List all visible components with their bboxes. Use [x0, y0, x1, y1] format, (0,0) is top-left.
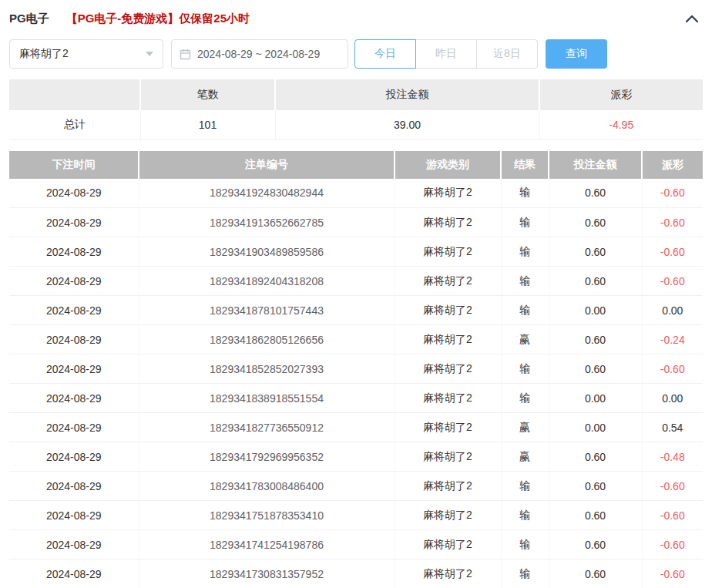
date-range-value: 2024-08-29 ~ 2024-08-29: [197, 48, 320, 60]
header-game-type: 游戏类别: [395, 151, 501, 179]
cell-bet-amount: 0.60: [549, 208, 642, 237]
cell-bet-amount: 0.60: [549, 237, 642, 267]
cell-payout: 0.54: [642, 413, 703, 442]
cell-payout: -0.24: [642, 325, 703, 354]
cell-bet-amount: 0.60: [549, 442, 642, 472]
cell-bet-id: 1829341878101757443: [139, 296, 395, 325]
cell-game-type: 麻将胡了2: [395, 179, 501, 208]
cell-bet-amount: 0.60: [549, 267, 642, 296]
cell-game-type: 麻将胡了2: [395, 384, 501, 413]
chevron-up-icon: [685, 15, 699, 23]
summary-header-bet-amount: 投注金额: [275, 79, 539, 110]
cell-bet-id: 1829341903489859586: [139, 237, 395, 267]
today-button[interactable]: 今日: [354, 39, 416, 69]
header-result: 结果: [501, 151, 549, 179]
cell-bet-amount: 0.60: [549, 179, 642, 208]
summary-total-row: 总计 101 39.00 -4.95: [9, 110, 703, 139]
summary-total-label: 总计: [9, 110, 140, 139]
summary-total-payout: -4.95: [539, 110, 703, 139]
cell-bet-time: 2024-08-29: [9, 354, 139, 384]
cell-bet-id: 1829341827736550912: [139, 413, 395, 442]
cell-bet-time: 2024-08-29: [9, 559, 139, 588]
cell-game-type: 麻将胡了2: [395, 442, 501, 472]
game-select-value: 麻将胡了2: [19, 47, 69, 61]
cell-game-type: 麻将胡了2: [395, 354, 501, 384]
cell-result: 输: [501, 179, 549, 208]
cell-bet-time: 2024-08-29: [9, 384, 139, 413]
panel-header: PG电子 【PG电子-免费游戏】仅保留25小时: [0, 0, 722, 33]
search-button[interactable]: 查询: [546, 39, 607, 69]
cell-payout: 0.00: [642, 296, 703, 325]
cell-bet-time: 2024-08-29: [9, 472, 139, 501]
table-row: 2024-08-29 1829341827736550912 麻将胡了2 赢 0…: [9, 413, 703, 442]
table-row: 2024-08-29 1829341913652662785 麻将胡了2 输 0…: [9, 208, 703, 237]
calendar-icon: [180, 49, 191, 60]
table-row: 2024-08-29 1829341838918551554 麻将胡了2 输 0…: [9, 384, 703, 413]
cell-result: 输: [501, 354, 549, 384]
date-range-input[interactable]: 2024-08-29 ~ 2024-08-29: [171, 39, 348, 69]
cell-bet-id: 1829341862805126656: [139, 325, 395, 354]
summary-header-payout: 派彩: [539, 79, 703, 110]
cell-payout: -0.60: [642, 208, 703, 237]
bet-records-table: 下注时间 注单编号 游戏类别 结果 投注金额 派彩 2024-08-29 182…: [9, 151, 703, 588]
cell-result: 赢: [501, 413, 549, 442]
cell-bet-amount: 0.00: [549, 384, 642, 413]
cell-result: 输: [501, 501, 549, 530]
cell-bet-id: 1829341838918551554: [139, 384, 395, 413]
page-title: PG电子: [9, 12, 49, 26]
cell-result: 赢: [501, 325, 549, 354]
cell-bet-amount: 0.60: [549, 530, 642, 559]
cell-result: 输: [501, 208, 549, 237]
cell-bet-id: 1829341924830482944: [139, 179, 395, 208]
cell-bet-time: 2024-08-29: [9, 413, 139, 442]
cell-result: 输: [501, 296, 549, 325]
table-row: 2024-08-29 1829341783008486400 麻将胡了2 输 0…: [9, 472, 703, 501]
cell-game-type: 麻将胡了2: [395, 559, 501, 588]
table-body: 2024-08-29 1829341924830482944 麻将胡了2 输 0…: [9, 179, 703, 588]
summary-header-row: 笔数 投注金额 派彩: [9, 79, 703, 110]
cell-bet-time: 2024-08-29: [9, 325, 139, 354]
table-row: 2024-08-29 1829341792969956352 麻将胡了2 赢 0…: [9, 442, 703, 472]
table-row: 2024-08-29 1829341903489859586 麻将胡了2 输 0…: [9, 237, 703, 267]
notice-text: 【PG电子-免费游戏】仅保留25小时: [66, 12, 250, 26]
cell-bet-id: 1829341751878353410: [139, 501, 395, 530]
cell-payout: -0.60: [642, 530, 703, 559]
cell-bet-id: 1829341852852027393: [139, 354, 395, 384]
yesterday-button[interactable]: 昨日: [415, 39, 477, 69]
summary-total-count: 101: [140, 110, 275, 139]
cell-bet-amount: 0.60: [549, 501, 642, 530]
collapse-button[interactable]: [685, 15, 699, 23]
cell-bet-id: 1829341792969956352: [139, 442, 395, 472]
cell-result: 输: [501, 237, 549, 267]
table-row: 2024-08-29 1829341730831357952 麻将胡了2 输 0…: [9, 559, 703, 588]
header-payout: 派彩: [642, 151, 703, 179]
game-select[interactable]: 麻将胡了2: [9, 39, 163, 69]
cell-bet-amount: 0.60: [549, 559, 642, 588]
cell-game-type: 麻将胡了2: [395, 296, 501, 325]
cell-game-type: 麻将胡了2: [395, 530, 501, 559]
cell-bet-time: 2024-08-29: [9, 237, 139, 267]
cell-bet-time: 2024-08-29: [9, 208, 139, 237]
header-bet-time: 下注时间: [9, 151, 139, 179]
cell-bet-id: 1829341913652662785: [139, 208, 395, 237]
table-row: 2024-08-29 1829341751878353410 麻将胡了2 输 0…: [9, 501, 703, 530]
header-bet-amount: 投注金额: [549, 151, 642, 179]
cell-payout: -0.60: [642, 354, 703, 384]
cell-bet-id: 1829341783008486400: [139, 472, 395, 501]
chevron-down-icon: [146, 52, 153, 56]
cell-game-type: 麻将胡了2: [395, 501, 501, 530]
table-row: 2024-08-29 1829341892404318208 麻将胡了2 输 0…: [9, 267, 703, 296]
cell-bet-id: 1829341730831357952: [139, 559, 395, 588]
header-bet-id: 注单编号: [139, 151, 395, 179]
cell-result: 输: [501, 472, 549, 501]
cell-game-type: 麻将胡了2: [395, 472, 501, 501]
cell-bet-amount: 0.60: [549, 472, 642, 501]
cell-game-type: 麻将胡了2: [395, 208, 501, 237]
table-row: 2024-08-29 1829341924830482944 麻将胡了2 输 0…: [9, 179, 703, 208]
cell-bet-time: 2024-08-29: [9, 179, 139, 208]
cell-bet-time: 2024-08-29: [9, 501, 139, 530]
last-8-days-button[interactable]: 近8日: [476, 39, 538, 69]
cell-result: 输: [501, 384, 549, 413]
cell-game-type: 麻将胡了2: [395, 237, 501, 267]
cell-payout: -0.60: [642, 472, 703, 501]
